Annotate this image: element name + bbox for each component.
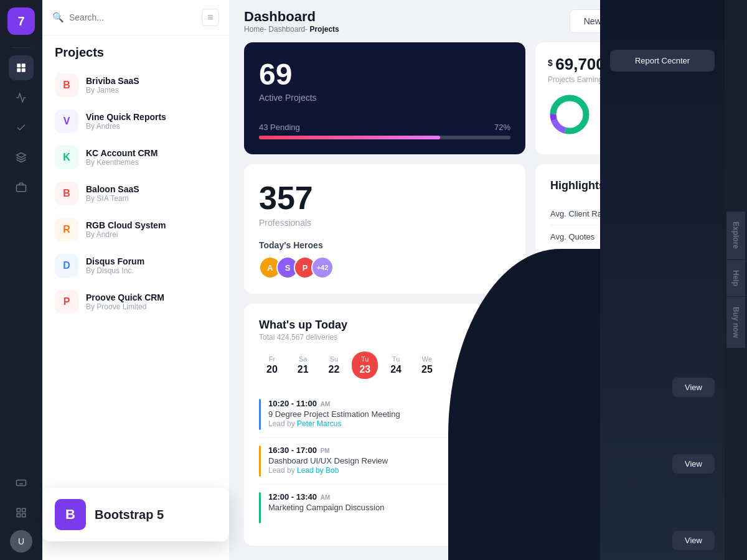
breadcrumb: Home- Dashboard- Projects [244,25,339,34]
cal-day[interactable]: Tu 23 [352,352,378,379]
progress-bar-fill [259,136,440,139]
hl-label: Avg. Quotes [550,232,594,241]
project-by: By Andrei [86,230,166,239]
svg-rect-8 [22,508,26,511]
breadcrumb-projects[interactable]: Projects [309,25,339,34]
project-info: Briviba SaaS By James [86,76,139,95]
event-ampm: PM [321,447,330,454]
divider-top [12,47,31,48]
event-name: 9 Degree Project Estimation Meeting [268,409,400,419]
project-item[interactable]: V Vine Quick Reports By Andres [50,103,222,139]
view-button-3[interactable]: View [672,531,715,550]
event-time: 12:00 - 13:40 AM [268,492,384,502]
project-info: Disqus Forum By Disqus Inc. [86,256,144,275]
nav-icon-dashboard[interactable] [9,55,34,80]
report-overlay: Report Cecnter View View View [600,0,725,560]
project-logo: K [55,146,78,169]
event-ampm: AM [321,401,331,408]
day-name: Tu [361,355,369,363]
project-logo: V [55,110,78,133]
bootstrap-title: Bootstrap 5 [95,508,164,522]
project-info: KC Account CRM By Keenthemes [86,148,157,167]
earn-amount: 69,700 [555,55,605,73]
project-by: By James [86,86,139,95]
svg-rect-1 [22,63,26,67]
project-item[interactable]: D Disqus Forum By Disqus Inc. [50,248,222,284]
search-input[interactable] [69,12,197,22]
event-bar [259,492,261,523]
event-bar [259,399,261,430]
tab-help[interactable]: Help [726,260,745,297]
tab-buy[interactable]: Buy now [726,297,745,348]
nav-icon-check[interactable] [9,115,34,140]
view-button-2[interactable]: View [672,454,715,474]
event-details: 16:30 - 17:00 PM Dashboard UI/UX Design … [268,446,388,477]
cal-day[interactable]: Sa 21 [290,352,316,379]
project-by: By Proove Limited [86,302,164,311]
svg-rect-6 [17,480,26,486]
active-projects-number: 69 [259,57,510,91]
heroes-label: Today's Heroes [259,240,510,250]
cal-day[interactable]: Fr 20 [259,352,285,379]
tab-explore[interactable]: Explore [726,212,745,259]
cal-day[interactable]: Tu 24 [383,352,409,379]
project-info: Baloon SaaS By SIA Team [86,184,139,203]
filter-icon[interactable]: ≡ [202,9,219,26]
project-item[interactable]: B Baloon SaaS By SIA Team [50,175,222,212]
hero-more: +42 [311,256,334,279]
event-lead-link[interactable]: Peter Marcus [297,419,341,428]
cal-day[interactable]: We 25 [414,352,440,379]
day-name: We [422,355,432,363]
user-badge[interactable]: 7 [7,7,35,35]
card-active-projects: 69 Active Projects 43 Pending 72% [244,42,525,154]
nav-icon-layers[interactable] [9,145,34,170]
svg-rect-10 [22,514,26,517]
project-name: KC Account CRM [86,148,157,158]
project-item[interactable]: R RGB Cloud System By Andrei [50,212,222,248]
project-by: By Andres [86,122,166,131]
project-logo: P [55,290,78,314]
event-lead: Lead by Lead by Bob [268,466,388,475]
project-by: By Disqus Inc. [86,266,144,275]
nav-icon-chart[interactable] [9,85,34,110]
svg-rect-7 [17,508,20,511]
breadcrumb-dashboard[interactable]: Dashboard- [268,25,308,34]
project-name: Proove Quick CRM [86,292,164,302]
project-item[interactable]: K KC Account CRM By Keenthemes [50,139,222,175]
day-num: 22 [329,364,340,375]
project-item[interactable]: B Briviba SaaS By James [50,67,222,103]
nav-icon-briefcase[interactable] [9,175,34,200]
project-name: Briviba SaaS [86,76,139,86]
project-info: RGB Cloud System By Andrei [86,220,166,239]
progress-info: 43 Pending 72% [259,123,510,132]
pending-pct: 72% [494,123,510,132]
cal-day[interactable]: Su 22 [321,352,347,379]
svg-marker-4 [17,153,26,158]
breadcrumb-area: Dashboard Home- Dashboard- Projects [244,9,339,34]
prof-number: 357 [259,179,510,217]
heroes-section: Today's Heroes ASP+42 [259,240,510,279]
svg-rect-0 [17,63,21,67]
day-num: 24 [390,364,402,375]
project-by: By SIA Team [86,194,139,203]
page-title: Dashboard [244,9,339,25]
view-button-1[interactable]: View [672,378,715,397]
user-avatar-bottom[interactable]: U [10,530,32,553]
card-professionals: 357 Professionals Today's Heroes ASP+42 [244,164,525,294]
nav-icon-grid2[interactable] [9,500,34,525]
event-lead-link[interactable]: Lead by Bob [297,466,339,475]
search-icon: 🔍 [52,12,64,23]
projects-panel: 🔍 ≡ Projects B Briviba SaaS By James V V… [42,0,229,560]
day-num: 25 [421,364,433,375]
project-logo: B [55,182,78,205]
project-logo: R [55,218,78,241]
progress-area: 43 Pending 72% [259,123,510,139]
icon-sidebar: 7 U [0,0,42,560]
project-list: B Briviba SaaS By James V Vine Quick Rep… [42,65,229,560]
breadcrumb-home[interactable]: Home- [244,25,266,34]
project-by: By Keenthemes [86,158,157,167]
project-item[interactable]: P Proove Quick CRM By Proove Limited [50,284,222,320]
report-center-button[interactable]: Report Cecnter [610,50,715,72]
nav-icon-keyboard[interactable] [9,470,34,495]
donut-chart [548,93,591,136]
